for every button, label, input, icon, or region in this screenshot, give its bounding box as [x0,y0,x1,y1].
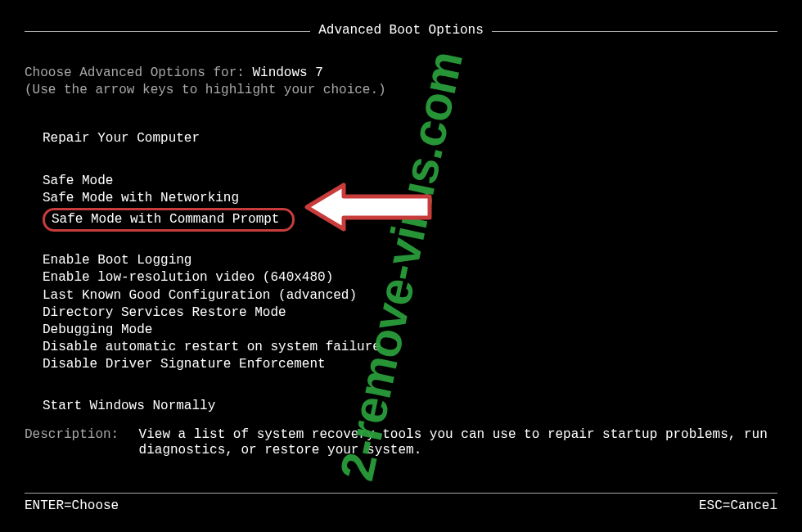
menu-item-boot-logging[interactable]: Enable Boot Logging [43,253,191,268]
menu-item-repair[interactable]: Repair Your Computer [43,131,200,147]
title-line-left [25,31,310,32]
menu-item-disable-driver-sig[interactable]: Disable Driver Signature Enforcement [43,357,326,372]
footer-divider [25,493,777,494]
footer: ENTER=Choose ESC=Cancel [25,493,777,514]
menu-group-repair: Repair Your Computer [43,131,777,148]
content-area: Choose Advanced Options for: Windows 7 (… [25,65,777,417]
choose-prefix: Choose Advanced Options for: [25,65,252,80]
footer-row: ENTER=Choose ESC=Cancel [25,498,777,514]
footer-enter: ENTER=Choose [25,498,119,514]
os-name: Windows 7 [252,65,322,80]
menu-item-safe-mode-networking[interactable]: Safe Mode with Networking [43,191,239,206]
description-block: Description: View a list of system recov… [25,427,777,458]
description-label: Description: [25,427,131,443]
footer-esc: ESC=Cancel [699,498,777,514]
menu-item-disable-auto-restart[interactable]: Disable automatic restart on system fail… [43,340,381,355]
menu-item-safe-mode-cmd-highlighted[interactable]: Safe Mode with Command Prompt [43,208,295,232]
page-title: Advanced Boot Options [310,23,492,38]
title-bar: Advanced Boot Options [25,23,777,39]
menu-item-debugging[interactable]: Debugging Mode [43,322,152,338]
menu-item-start-normally[interactable]: Start Windows Normally [43,399,215,414]
menu-item-last-known-good[interactable]: Last Known Good Configuration (advanced) [43,288,357,304]
title-line-right [492,31,777,32]
hint-text: (Use the arrow keys to highlight your ch… [25,83,777,98]
description-text: View a list of system recovery tools you… [139,427,777,458]
choose-prompt: Choose Advanced Options for: Windows 7 [25,65,777,81]
menu-group-normal: Start Windows Normally [43,399,777,416]
menu-item-safe-mode[interactable]: Safe Mode [43,174,113,189]
menu-group-advanced: Enable Boot Logging Enable low-resolutio… [43,253,777,374]
menu-item-directory-services[interactable]: Directory Services Restore Mode [43,305,286,321]
menu-group-safemode: Safe Mode Safe Mode with Networking Safe… [43,174,777,232]
menu-item-low-res[interactable]: Enable low-resolution video (640x480) [43,270,333,286]
